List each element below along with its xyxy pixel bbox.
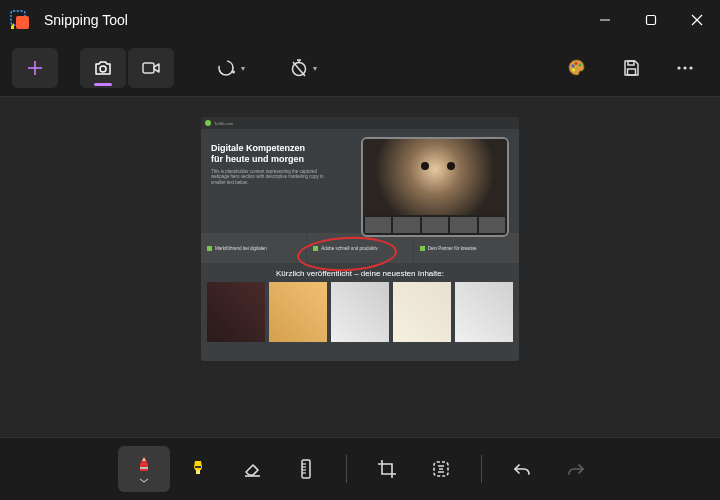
maximize-icon — [645, 14, 657, 26]
svg-rect-29 — [195, 466, 201, 468]
close-icon — [691, 14, 703, 26]
highlighter-icon — [188, 458, 208, 480]
plus-icon — [26, 59, 44, 77]
svg-point-18 — [572, 65, 575, 68]
canvas-area[interactable]: TutKit.com Digitale Kompetenzen für heut… — [0, 96, 720, 438]
svg-rect-31 — [302, 460, 310, 478]
video-icon — [140, 57, 162, 79]
titlebar: Snipping Tool — [0, 0, 720, 40]
chevron-down-icon: ▾ — [313, 64, 317, 73]
top-toolbar: ▾ ▾ — [0, 40, 720, 96]
text-actions-button[interactable] — [415, 446, 467, 492]
svg-point-8 — [100, 66, 106, 72]
ruler-icon — [297, 458, 315, 480]
svg-point-20 — [579, 64, 582, 67]
save-button[interactable] — [608, 48, 654, 88]
edit-in-paint-button[interactable] — [554, 48, 600, 88]
svg-rect-3 — [647, 16, 656, 25]
minimize-button[interactable] — [582, 0, 628, 40]
video-mode-button[interactable] — [128, 48, 174, 88]
timer-off-icon — [289, 58, 309, 78]
svg-point-24 — [677, 66, 680, 69]
pen-tool-button[interactable] — [118, 446, 170, 492]
redo-button — [550, 446, 602, 492]
app-icon — [10, 10, 30, 30]
text-actions-icon — [430, 458, 452, 480]
svg-rect-27 — [140, 467, 148, 469]
new-snip-button[interactable] — [12, 48, 58, 88]
bottom-toolbar — [0, 438, 720, 500]
captured-screenshot: TutKit.com Digitale Kompetenzen für heut… — [201, 117, 519, 361]
undo-icon — [511, 458, 533, 480]
svg-rect-23 — [628, 69, 636, 75]
eraser-tool-button[interactable] — [226, 446, 278, 492]
screenshot-heading-2: für heute und morgen — [211, 154, 304, 164]
svg-point-11 — [219, 61, 233, 75]
save-icon — [621, 58, 641, 78]
palette-icon — [566, 57, 588, 79]
svg-rect-9 — [143, 63, 154, 73]
separator — [346, 455, 347, 483]
highlighter-tool-button[interactable] — [172, 446, 224, 492]
screenshot-heading-1: Digitale Kompetenzen — [211, 143, 305, 153]
ruler-tool-button[interactable] — [280, 446, 332, 492]
maximize-button[interactable] — [628, 0, 674, 40]
window-title: Snipping Tool — [44, 12, 128, 28]
minimize-icon — [599, 14, 611, 26]
chevron-down-icon — [139, 478, 149, 483]
screenshot-recent-title: Kürzlich veröffentlicht – deine neuesten… — [201, 263, 519, 282]
crop-icon — [376, 458, 398, 480]
svg-point-26 — [689, 66, 692, 69]
pen-icon — [134, 455, 154, 477]
svg-rect-1 — [16, 16, 29, 29]
redo-icon — [565, 458, 587, 480]
svg-point-21 — [572, 69, 575, 72]
undo-button[interactable] — [496, 446, 548, 492]
more-button[interactable] — [662, 48, 708, 88]
shape-icon — [217, 58, 237, 78]
close-button[interactable] — [674, 0, 720, 40]
svg-point-25 — [683, 66, 686, 69]
svg-rect-22 — [628, 61, 634, 65]
eraser-icon — [241, 458, 263, 480]
screenshot-subtext: This is placeholder content representing… — [211, 169, 331, 187]
svg-rect-28 — [196, 470, 200, 474]
delay-button[interactable]: ▾ — [280, 48, 326, 88]
snip-shape-button[interactable]: ▾ — [208, 48, 254, 88]
chevron-down-icon: ▾ — [241, 64, 245, 73]
separator — [481, 455, 482, 483]
ellipsis-icon — [675, 58, 695, 78]
camera-icon — [92, 57, 114, 79]
photo-mode-button[interactable] — [80, 48, 126, 88]
window-controls — [582, 0, 720, 40]
svg-point-19 — [575, 62, 578, 65]
crop-tool-button[interactable] — [361, 446, 413, 492]
